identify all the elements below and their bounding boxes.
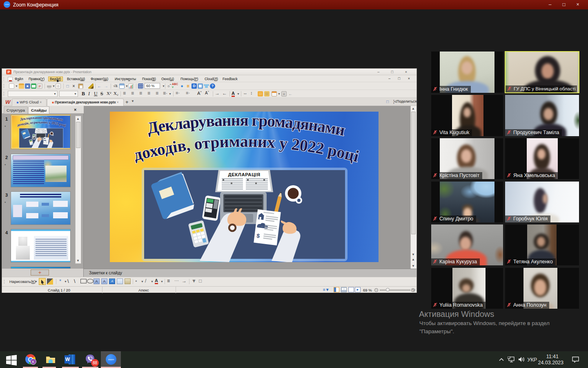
svg-text:ДЕКЛАРАЦІЯ: ДЕКЛАРАЦІЯ	[228, 172, 260, 177]
svg-text:ДЕКЛАРАЦІЯ: ДЕКЛАРАЦІЯ	[38, 129, 45, 130]
svg-text:доходів, отриманих у 2022 році: доходів, отриманих у 2022 році	[17, 120, 67, 128]
svg-text:доходів, отриманих у 2022 році: доходів, отриманих у 2022 році	[131, 132, 361, 166]
